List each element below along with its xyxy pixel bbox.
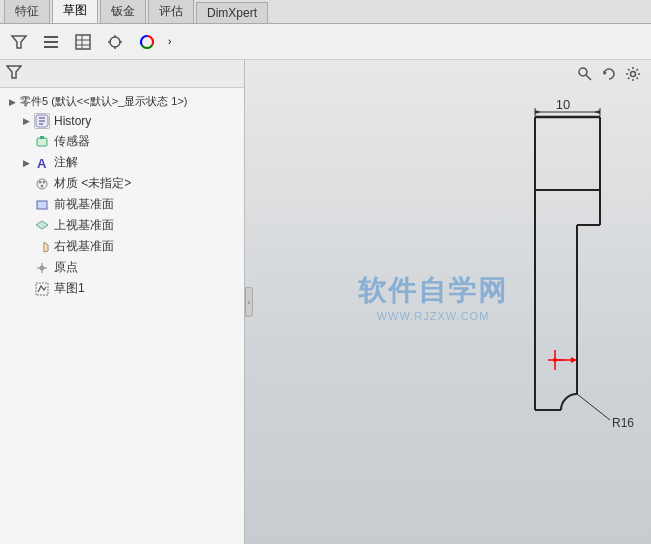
list-button[interactable] [36,28,66,56]
drawing-svg: 10 [245,60,651,544]
annotation-label: 注解 [54,154,78,171]
svg-rect-2 [44,41,58,43]
tree-area: ▶ 零件5 (默认<<默认>_显示状态 1>) ▶ History ▶ [0,88,244,544]
sketch1-label: 草图1 [54,280,85,297]
tree-item-right-plane[interactable]: ▶ 右视基准面 [0,236,244,257]
svg-rect-3 [44,46,58,48]
annotation-arrow: ▶ [20,157,32,169]
tree-item-top-plane[interactable]: ▶ 上视基准面 [0,215,244,236]
tree-item-sketch1[interactable]: ▶ 草图1 [0,278,244,299]
tree-item-annotation[interactable]: ▶ A 注解 [0,152,244,173]
svg-point-8 [110,37,120,47]
tree-root[interactable]: ▶ 零件5 (默认<<默认>_显示状态 1>) [0,92,244,111]
svg-point-20 [39,180,42,183]
top-plane-icon [34,218,50,234]
tab-草图[interactable]: 草图 [52,0,98,23]
history-arrow: ▶ [20,115,32,127]
svg-point-50 [631,72,636,77]
origin-label: 原点 [54,259,78,276]
front-plane-label: 前视基准面 [54,196,114,213]
tab-评估[interactable]: 评估 [148,0,194,23]
sensor-label: 传感器 [54,133,90,150]
svg-marker-31 [535,110,541,114]
color-wheel-button[interactable] [132,28,162,56]
svg-marker-14 [7,66,21,78]
svg-rect-23 [37,201,47,209]
root-label: 零件5 (默认<<默认>_显示状态 1>) [20,94,188,109]
table-button[interactable] [68,28,98,56]
history-icon [34,113,50,129]
svg-rect-16 [37,138,47,146]
svg-rect-17 [40,136,44,139]
svg-rect-27 [36,283,48,295]
sensor-icon [34,134,50,150]
more-button[interactable]: › [164,34,175,49]
filter-row [0,60,244,88]
search-icon[interactable] [575,64,595,84]
tree-item-front-plane[interactable]: ▶ 前视基准面 [0,194,244,215]
tree-item-origin[interactable]: ▶ 原点 [0,257,244,278]
sketch1-icon [34,281,50,297]
svg-line-48 [586,75,591,80]
svg-line-46 [577,394,610,420]
svg-marker-32 [594,110,600,114]
canvas-area: › 软件自学网 WWW.RJZXW.COM 10 [245,60,651,544]
filter-button[interactable] [4,28,34,56]
tree-item-material[interactable]: ▶ 材质 <未指定> [0,173,244,194]
right-plane-icon [34,239,50,255]
material-icon [34,176,50,192]
tab-钣金[interactable]: 钣金 [100,0,146,23]
left-panel: ▶ 零件5 (默认<<默认>_显示状态 1>) ▶ History ▶ [0,60,245,544]
material-label: 材质 <未指定> [54,175,131,192]
svg-marker-0 [12,36,26,48]
svg-rect-1 [44,36,58,38]
svg-point-47 [579,68,587,76]
right-plane-label: 右视基准面 [54,238,114,255]
rotate-icon[interactable] [599,64,619,84]
radius-label: R16 [612,416,634,430]
origin-icon [34,260,50,276]
front-plane-icon [34,197,50,213]
tree-item-sensor[interactable]: ▶ 传感器 [0,131,244,152]
dim-10-label: 10 [556,97,570,112]
tab-特征[interactable]: 特征 [4,0,50,23]
settings-icon[interactable] [623,64,643,84]
svg-text:A: A [37,156,47,170]
tab-bar: 特征 草图 钣金 评估 DimXpert [0,0,651,24]
toolbar: › [0,24,651,60]
root-arrow: ▶ [6,96,18,108]
svg-rect-4 [76,35,90,49]
annotation-icon: A [34,155,50,171]
svg-point-22 [41,184,44,187]
crosshair-button[interactable] [100,28,130,56]
top-plane-label: 上视基准面 [54,217,114,234]
svg-point-21 [43,180,46,183]
history-label: History [54,114,91,128]
main-layout: ▶ 零件5 (默认<<默认>_显示状态 1>) ▶ History ▶ [0,60,651,544]
top-right-icons [575,64,643,84]
tree-item-history[interactable]: ▶ History [0,111,244,131]
filter-icon[interactable] [6,64,22,83]
tab-DimXpert[interactable]: DimXpert [196,2,268,23]
